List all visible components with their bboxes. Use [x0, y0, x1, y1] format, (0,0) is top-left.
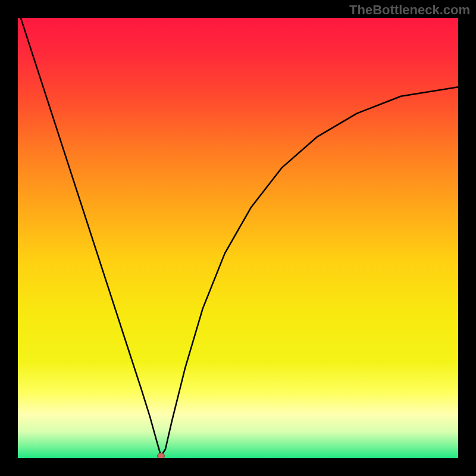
chart-frame: TheBottleneck.com [0, 0, 476, 476]
optimum-marker [158, 453, 165, 458]
watermark-text: TheBottleneck.com [349, 2, 470, 18]
gradient-background [18, 18, 458, 458]
plot-svg [18, 18, 458, 458]
plot-area [18, 18, 458, 458]
